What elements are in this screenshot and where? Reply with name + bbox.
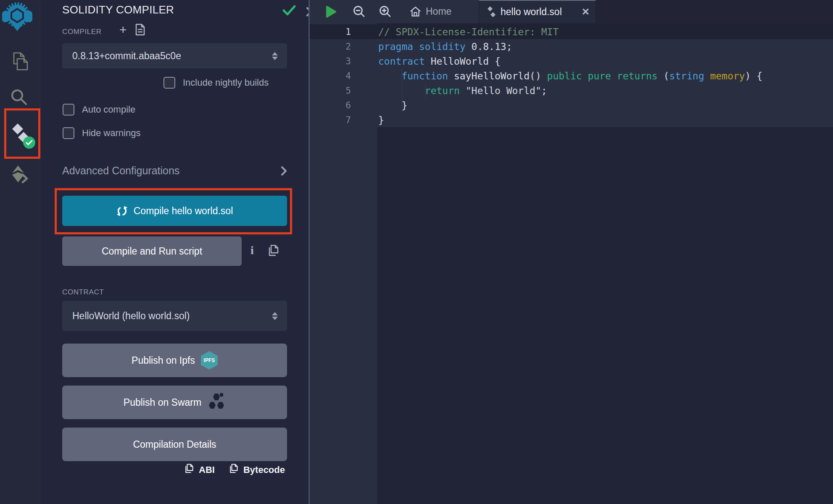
solidity-file-icon [488,6,496,18]
run-script-play-icon[interactable] [326,5,337,20]
code-line[interactable]: 4 function sayHelloWorld() public pure r… [310,68,833,83]
code-text: contract HelloWorld { [378,56,501,67]
code-text: pragma solidity 0.8.13; [378,41,512,52]
compilation-details-label: Compilation Details [133,439,216,450]
deploy-run-icon[interactable] [10,165,29,185]
hide-warnings-checkbox-row[interactable]: Hide warnings [63,127,140,139]
include-nightly-checkbox-row[interactable]: Include nightly builds [163,77,269,89]
compiler-section-label: COMPILER [62,28,102,36]
swarm-icon [207,393,226,412]
indent-guide [425,83,426,98]
auto-compile-label: Auto compile [82,104,135,115]
line-number: 4 [310,71,377,81]
code-line[interactable]: 5 return "Hello World"; [310,83,833,98]
code-text: } [378,100,407,111]
home-icon [410,6,421,17]
panel-title: SOLIDITY COMPILER [62,3,174,16]
compiler-version-select[interactable]: 0.8.13+commit.abaa5c0e [62,43,287,68]
compile-button-label: Compile hello world.sol [134,205,233,217]
editor-tab-bar: Home hello world.sol ✕ [310,0,833,23]
code-line[interactable]: 6 } [310,98,833,113]
include-nightly-label: Include nightly builds [183,77,269,88]
copy-abi-button[interactable]: ABI [199,465,215,475]
tab-home-label: Home [426,6,451,17]
abi-bytecode-row: ABI Bytecode [62,464,285,476]
line-number: 7 [310,115,377,125]
add-compiler-icon[interactable]: + [119,24,127,36]
solidity-compiler-panel: SOLIDITY COMPILER COMPILER + 0.8.13+comm… [40,0,308,504]
editor-area: Home hello world.sol ✕ 1// SPDX-License-… [310,0,833,504]
zoom-in-icon[interactable] [379,5,391,19]
auto-compile-checkbox-row[interactable]: Auto compile [63,104,135,116]
advanced-configurations-label: Advanced Configurations [62,165,281,177]
tab-hello-world-sol[interactable]: hello world.sol ✕ [479,0,596,23]
indent-guide [402,68,402,113]
line-number: 1 [310,27,377,37]
zoom-out-icon[interactable] [353,5,365,19]
copy-bytecode-button[interactable]: Bytecode [243,465,285,475]
copy-bytecode-icon[interactable] [229,464,238,476]
include-nightly-checkbox[interactable] [163,77,175,89]
refresh-icon [116,205,128,217]
code-text: // SPDX-License-Identifier: MIT [378,26,559,37]
publish-ipfs-label: Publish on Ipfs [132,355,195,366]
compilation-details-button[interactable]: Compilation Details [62,428,287,461]
contract-select[interactable]: HelloWorld (hello world.sol) [62,301,287,331]
line-number: 6 [310,100,377,110]
contract-section-label: CONTRACT [62,288,104,297]
code-text: return "Hello World"; [378,85,547,96]
file-explorer-icon[interactable] [10,52,29,73]
code-line[interactable]: 1// SPDX-License-Identifier: MIT [310,24,833,39]
chevron-right-icon [281,166,287,176]
line-number: 5 [310,86,377,96]
publish-swarm-label: Publish on Swarm [124,397,201,408]
panel-header: SOLIDITY COMPILER [62,3,292,18]
compiler-config-file-icon[interactable] [135,24,145,37]
advanced-configurations-toggle[interactable]: Advanced Configurations [62,165,287,177]
code-line[interactable]: 7} [310,113,833,127]
select-arrows-icon [272,52,278,60]
auto-compile-checkbox[interactable] [63,104,74,116]
hide-warnings-label: Hide warnings [82,128,140,139]
compiler-version-value: 0.8.13+commit.abaa5c0e [72,50,272,62]
code-lines: 1// SPDX-License-Identifier: MIT2pragma … [310,24,833,127]
code-text: } [378,115,384,126]
code-editor[interactable]: 1// SPDX-License-Identifier: MIT2pragma … [310,23,833,504]
line-number: 3 [310,56,377,66]
contract-select-value: HelloWorld (hello world.sol) [72,310,272,322]
ipfs-icon: IPFS [201,351,218,370]
info-icon[interactable]: i [250,244,254,257]
copy-abi-icon[interactable] [185,464,194,476]
close-tab-icon[interactable]: ✕ [582,6,590,18]
code-line[interactable]: 2pragma solidity 0.8.13; [310,39,833,54]
hide-warnings-checkbox[interactable] [63,127,74,139]
compile-success-badge-icon [23,136,35,149]
compile-button[interactable]: Compile hello world.sol [62,196,287,226]
code-text: function sayHelloWorld() public pure ret… [378,71,762,81]
panel-resize-handle[interactable] [308,0,310,504]
code-line[interactable]: 3contract HelloWorld { [310,54,833,68]
tab-home[interactable]: Home [406,0,456,23]
compile-and-run-label: Compile and Run script [102,246,202,257]
select-arrows-icon [272,312,278,320]
publish-on-swarm-button[interactable]: Publish on Swarm [62,386,287,419]
line-number: 2 [310,42,377,52]
icon-bar [0,0,40,504]
copy-script-icon[interactable] [268,245,279,259]
compile-and-run-button[interactable]: Compile and Run script [62,236,242,266]
search-icon[interactable] [10,88,28,108]
remix-logo-icon[interactable] [2,1,32,34]
publish-on-ipfs-button[interactable]: Publish on Ipfs IPFS [62,344,287,377]
compile-success-check-icon [282,5,296,18]
tab-label: hello world.sol [501,6,577,18]
